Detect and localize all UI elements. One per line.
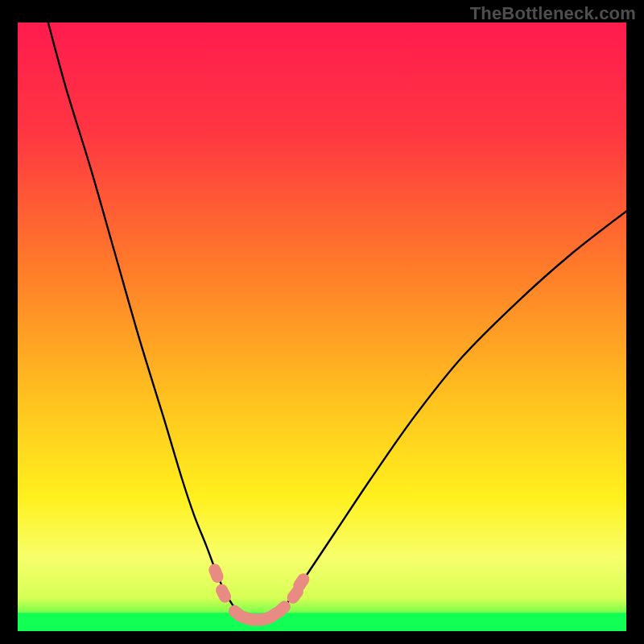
plot-area [18, 23, 626, 631]
plot-inner [18, 23, 626, 631]
gradient-background [18, 23, 626, 631]
watermark-label: TheBottleneck.com [470, 3, 636, 24]
green-band [18, 613, 626, 631]
chart-stage: TheBottleneck.com [0, 0, 644, 644]
chart-svg [18, 23, 626, 631]
